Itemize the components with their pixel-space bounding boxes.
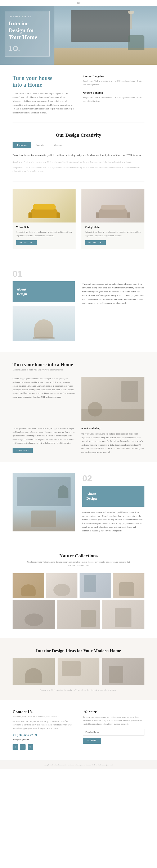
ideas-grid	[12, 658, 145, 685]
contact-right: Sign me up! the event was a success, and…	[83, 710, 145, 750]
ideas-img-1	[12, 658, 55, 685]
read-more-btn[interactable]: READ MORE	[12, 448, 33, 453]
house2-subtitle: Modern Décor to help you achieve your dr…	[12, 368, 145, 371]
sofa-name-2: Vintage Sofa	[85, 225, 141, 229]
house2-section: Turn your house into a Home Modern Décor…	[0, 352, 157, 462]
sofas-section: Yellow Sofa Duis aute irure dolor in rep…	[0, 182, 157, 259]
sofa-image-1	[12, 189, 75, 222]
contact-address: New York, 4140 Parker Rd. Allentown, New…	[12, 715, 74, 718]
nature-img-6	[57, 600, 100, 629]
design-item-1: Interior Designing Sample text. Click to…	[83, 75, 145, 87]
house2-right-img	[82, 377, 145, 421]
nature-img-7	[102, 600, 145, 629]
grid-icon: ⊞	[77, 1, 80, 5]
signup-body: the event was a success, and we realized…	[83, 715, 145, 726]
design-item-1-body: Sample text. Click to select the text bo…	[83, 80, 145, 87]
add-to-cart-1[interactable]: ADD TO CART	[16, 240, 37, 245]
contact-email: info@sample.com	[12, 738, 74, 741]
creativity-content: Brave is an innovative web solution, whi…	[12, 153, 145, 173]
about1-box-heading: About Design	[17, 287, 70, 297]
house-body: Lorem ipsum dolor sit amet, consectetur …	[12, 92, 74, 115]
tabs-row: Everyday Founder Mission	[12, 142, 145, 148]
ideas-sample: Sample text. Click to select the text bo…	[12, 689, 145, 692]
nature-grid-4	[12, 573, 145, 598]
house2-grid: Odio eu feugiat pretium nibh ipsum conse…	[12, 377, 145, 421]
ideas-img-3	[102, 658, 145, 685]
workshop-heading: about workshop	[82, 427, 145, 430]
creativity-main-text: Brave is an innovative web solution, whi…	[12, 153, 145, 158]
about2-box-heading: About Design	[87, 492, 140, 501]
about1-number: 01	[12, 270, 75, 278]
creativity-heading: Our Design Creativity	[12, 132, 145, 138]
about1-para: The event was a success, and we realized…	[82, 282, 145, 305]
house2-below-left: Lorem ipsum dolor sit amet, consectetur …	[12, 427, 75, 453]
design-item-2: Modern Building Sample text. Click to se…	[83, 91, 145, 103]
about1-box: About Design	[12, 281, 75, 302]
sofa-card-1: Yellow Sofa Duis aute irure dolor in rep…	[12, 189, 75, 249]
add-to-cart-2[interactable]: ADD TO CART	[85, 240, 106, 245]
house2-below: Lorem ipsum dolor sit amet, consectetur …	[12, 427, 145, 454]
design-item-2-body: Sample text. Click to select the text bo…	[83, 96, 145, 103]
about2-section: 02 About Design the event was a success,…	[0, 462, 157, 543]
contact-body: the event was a success, and we realized…	[12, 720, 74, 730]
sofa-name-1: Yellow Sofa	[16, 225, 72, 229]
ideas-heading: Interior Design Ideas for Your Modern Ho…	[12, 648, 145, 653]
nature-heading: Nature Collections	[12, 553, 145, 559]
hero-section: INTERIOR DESIGN Interior Design for Your…	[0, 6, 157, 65]
sofa-card-2: Vintage Sofa Duis aute irure dolor in re…	[82, 189, 145, 249]
hero-room-image	[55, 6, 157, 65]
nature-img-4	[113, 573, 145, 598]
ideas-section: Interior Design Ideas for Your Modern Ho…	[0, 638, 157, 700]
about2-number: 02	[82, 474, 145, 483]
about1-decorative-image	[12, 306, 75, 341]
submit-btn[interactable]: SUBMIT	[83, 738, 101, 744]
house2-left: Odio eu feugiat pretium nibh ipsum conse…	[12, 377, 75, 421]
about2-right: 02 About Design the event was a success,…	[82, 473, 145, 532]
social-facebook[interactable]: f	[12, 744, 18, 750]
about1-left: 01 About Design	[12, 270, 75, 341]
sofa-image-2	[82, 189, 145, 222]
house2-right-para: Lorem ipsum dolor sit amet, consectetur …	[12, 427, 75, 445]
social-icons-row: f i ♡	[12, 744, 74, 750]
workshop-para: the event was a success, and we realized…	[82, 432, 145, 454]
sofa-desc-2: Duis aute irure dolor in reprehenderit i…	[85, 230, 141, 237]
nature-img-1	[12, 573, 44, 598]
about1-right: The event was a success, and we realized…	[82, 270, 145, 305]
hero-label: INTERIOR DESIGN	[8, 16, 45, 18]
house-section: Turn your houseinto a Home Lorem ipsum d…	[0, 65, 157, 122]
about2-para: the event was a success, and we realized…	[82, 510, 145, 532]
email-input[interactable]	[83, 729, 145, 736]
house2-heading: Turn your house into a Home	[12, 362, 145, 367]
social-instagram[interactable]: i	[20, 744, 26, 750]
nature-grid-3	[12, 600, 145, 629]
nature-img-5	[12, 600, 55, 629]
hero-title: Interior Design for Your Home	[8, 20, 45, 41]
house-heading: Turn your houseinto a Home	[12, 75, 74, 88]
contact-left: Contact Us New York, 4140 Parker Rd. All…	[12, 710, 74, 750]
signup-heading: Sign me up!	[83, 710, 145, 713]
nature-section: Nature Collections Celebrating nature's …	[0, 543, 157, 638]
contact-heading: Contact Us	[12, 710, 74, 714]
social-heart[interactable]: ♡	[28, 744, 33, 750]
sofa-info-2: Vintage Sofa Duis aute irure dolor in re…	[82, 222, 145, 249]
about2-box: About Design	[82, 486, 145, 507]
tab-mission[interactable]: Mission	[49, 142, 66, 148]
contact-section: Contact Us New York, 4140 Parker Rd. All…	[0, 700, 157, 761]
tab-everyday[interactable]: Everyday	[12, 142, 31, 148]
about2-left-img	[12, 473, 75, 531]
house-right: Interior Designing Sample text. Click to…	[83, 75, 145, 115]
contact-phone: +1 (334) 656 77 89	[12, 734, 74, 737]
sofa-desc-1: Duis aute irure dolor in reprehenderit i…	[16, 230, 72, 237]
hero-number: 1O.	[8, 44, 45, 53]
nature-subtitle: Celebrating nature's formations. Taking …	[26, 560, 131, 567]
house-left: Turn your houseinto a Home Lorem ipsum d…	[12, 75, 74, 115]
tab-founder[interactable]: Founder	[31, 142, 49, 148]
hero-left-box: INTERIOR DESIGN Interior Design for Your…	[5, 11, 50, 57]
nature-img-2	[46, 573, 77, 598]
design-item-2-title: Modern Building	[83, 91, 145, 94]
sofa-info-1: Yellow Sofa Duis aute irure dolor in rep…	[12, 222, 75, 249]
footer-text: Sample text. Click to select the text bo…	[12, 763, 145, 766]
hero-room-bg	[55, 6, 157, 65]
ideas-img-2	[58, 658, 100, 685]
design-item-1-title: Interior Designing	[83, 75, 145, 78]
